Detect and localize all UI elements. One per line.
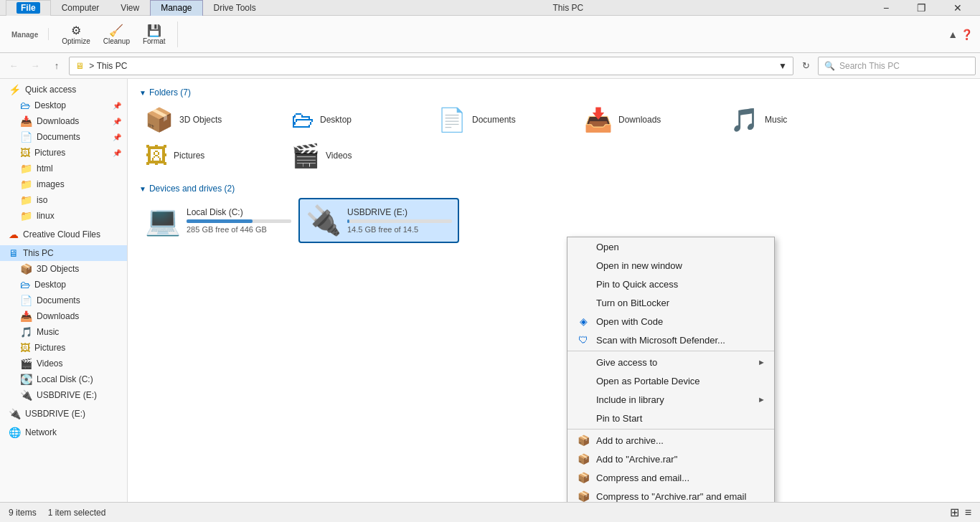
nav-back-button[interactable]: ← [4, 57, 23, 75]
folder-videos[interactable]: 🎬 Videos [286, 139, 429, 172]
sidebar-item-3d-objects[interactable]: 📦 3D Objects [0, 261, 127, 277]
search-bar[interactable]: 🔍 Search This PC [818, 57, 976, 75]
cm-include-library[interactable]: Include in library ► [567, 390, 774, 409]
sidebar-item-creative-cloud[interactable]: ☁ Creative Cloud Files [0, 227, 127, 242]
refresh-button[interactable]: ↻ [796, 57, 815, 75]
nav-up-button[interactable]: ↑ [47, 57, 66, 75]
documents-folder-icon: 📄 [20, 131, 32, 143]
sidebar-sub-local-disk[interactable]: 💽 Local Disk (C:) [0, 371, 127, 387]
folder-documents[interactable]: 📄 Documents [432, 103, 575, 136]
folder-desktop[interactable]: 🗁 Desktop [286, 103, 429, 136]
folders-section-header[interactable]: ▼ Folders (7) [139, 87, 969, 98]
cm-open[interactable]: Open [567, 237, 774, 256]
help-button[interactable]: ❓ [961, 29, 973, 40]
sidebar-sub-usbdrive-thispc[interactable]: 🔌 USBDRIVE (E:) [0, 387, 127, 403]
address-bar[interactable]: 🖥 > This PC ▼ [69, 57, 793, 75]
main-layout: ⚡ Quick access 🗁 Desktop 📌 📥 Downloads 📌… [0, 79, 980, 502]
drive-usbdrive[interactable]: 🔌 USBDRIVE (E:) 14.5 GB free of 14.5 [300, 199, 458, 242]
cm-archive-rar-icon: 📦 [576, 453, 590, 465]
tab-view[interactable]: View [110, 0, 150, 16]
cm-open-new-window[interactable]: Open in new window [567, 256, 774, 275]
cm-compress-email[interactable]: 📦 Compress and email... [567, 468, 774, 487]
sidebar-sub-videos-label: Videos [37, 359, 62, 369]
sidebar-item-images[interactable]: 📁 images [0, 176, 127, 192]
3d-objects-icon: 📦 [20, 263, 32, 275]
drive-local-disk[interactable]: 💻 Local Disk (C:) 285 GB free of 446 GB [139, 199, 297, 242]
cm-bitlocker[interactable]: Turn on BitLocker [567, 293, 774, 312]
sidebar-item-iso[interactable]: 📁 iso [0, 192, 127, 208]
cm-pin-start[interactable]: Pin to Start [567, 409, 774, 427]
cm-sep-1 [567, 351, 774, 351]
sidebar-sub-documents[interactable]: 📄 Documents [0, 293, 127, 308]
minimize-button[interactable]: − [870, 0, 903, 16]
cm-open-code[interactable]: ◈ Open with Code [567, 312, 774, 331]
sidebar-sub-downloads[interactable]: 📥 Downloads [0, 308, 127, 324]
ribbon-collapse-btn[interactable]: ▲ [948, 29, 958, 40]
cm-add-archive[interactable]: 📦 Add to archive... [567, 431, 774, 450]
folder-downloads[interactable]: 📥 Downloads [578, 103, 722, 136]
creative-cloud-icon: ☁ [9, 229, 19, 240]
view-icon-list-button[interactable]: ≡ [965, 506, 971, 519]
folder-downloads-icon: 📥 [584, 106, 613, 133]
ribbon-cleanup-btn[interactable]: 🧹 Cleanup [98, 22, 136, 47]
sub-local-disk-icon: 💽 [20, 374, 32, 385]
sidebar-item-desktop[interactable]: 🗁 Desktop 📌 [0, 98, 127, 113]
folder-pictures-label: Pictures [174, 151, 204, 161]
sidebar-quick-access[interactable]: ⚡ Quick access [0, 82, 127, 98]
sidebar-item-network[interactable]: 🌐 Network [0, 424, 127, 440]
cm-compress-rar-email[interactable]: 📦 Compress to "Archive.rar" and email [567, 487, 774, 502]
tab-computer[interactable]: Computer [51, 0, 110, 16]
cm-pin-quick[interactable]: Pin to Quick access [567, 275, 774, 293]
iso-folder-icon: 📁 [20, 194, 32, 206]
statusbar-left: 9 items 1 item selected [9, 508, 105, 518]
folder-documents-label: Documents [472, 115, 516, 125]
tab-file[interactable]: File [6, 0, 51, 16]
sidebar-item-html[interactable]: 📁 html [0, 161, 127, 176]
cm-add-archive-rar[interactable]: 📦 Add to "Archive.rar" [567, 450, 774, 468]
window-title: This PC [552, 3, 583, 13]
drive-usb-bar-container [347, 219, 452, 223]
drive-usb-size: 14.5 GB free of 14.5 [347, 225, 452, 234]
ribbon-optimize-btn[interactable]: ⚙ Optimize [56, 22, 95, 47]
drives-section-header[interactable]: ▼ Devices and drives (2) [139, 184, 969, 194]
cm-open-portable[interactable]: Open as Portable Device [567, 371, 774, 390]
sidebar: ⚡ Quick access 🗁 Desktop 📌 📥 Downloads 📌… [0, 79, 128, 502]
sidebar-item-linux[interactable]: 📁 linux [0, 208, 127, 224]
folder-pictures[interactable]: 🖼 Pictures [139, 139, 283, 172]
folder-3d-objects[interactable]: 📦 3D Objects [139, 103, 283, 136]
cm-scan-defender[interactable]: 🛡 Scan with Microsoft Defender... [567, 331, 774, 349]
sidebar-item-usbdrive[interactable]: 🔌 USBDRIVE (E:) [0, 406, 127, 422]
ribbon: Manage ⚙ Optimize 🧹 Cleanup 💾 Format ▲ ❓ [0, 16, 980, 53]
drive-usb-name: USBDRIVE (E:) [347, 207, 452, 217]
cm-include-library-label: Include in library [596, 394, 664, 405]
view-icon-grid-button[interactable]: ⊞ [950, 506, 959, 519]
folders-grid: 📦 3D Objects 🗁 Desktop 📄 Documents 📥 Dow… [139, 103, 969, 172]
sidebar-item-documents[interactable]: 📄 Documents 📌 [0, 129, 127, 145]
sidebar-item-pictures[interactable]: 🖼 Pictures 📌 [0, 145, 127, 161]
drive-local-disk-name: Local Disk (C:) [187, 207, 291, 217]
folder-music-icon: 🎵 [730, 106, 759, 133]
sidebar-item-this-pc[interactable]: 🖥 This PC [0, 245, 127, 261]
drives-header-text: Devices and drives (2) [149, 184, 235, 194]
sidebar-sub-pictures[interactable]: 🖼 Pictures [0, 340, 127, 356]
close-button[interactable]: ✕ [941, 0, 974, 16]
tab-drivetools[interactable]: Drive Tools [203, 0, 267, 16]
address-dropdown-icon[interactable]: ▼ [778, 61, 787, 71]
folder-music[interactable]: 🎵 Music [725, 103, 868, 136]
sidebar-linux-label: linux [37, 211, 55, 221]
ribbon-format-btn[interactable]: 💾 Format [137, 22, 171, 47]
restore-button[interactable]: ❐ [905, 0, 938, 16]
cm-open-new-label: Open in new window [596, 260, 682, 271]
sidebar-sub-videos[interactable]: 🎬 Videos [0, 356, 127, 371]
nav-forward-button[interactable]: → [26, 57, 44, 75]
quick-access-icon: ⚡ [9, 84, 21, 95]
sidebar-sub-desktop[interactable]: 🗁 Desktop [0, 277, 127, 293]
statusbar-right: ⊞ ≡ [950, 506, 971, 519]
sidebar-sub-music[interactable]: 🎵 Music [0, 324, 127, 340]
cm-give-access[interactable]: Give access to ► [567, 353, 774, 371]
sidebar-this-pc-label: This PC [23, 248, 54, 258]
drive-usb-icon: 🔌 [306, 204, 341, 237]
sidebar-item-downloads[interactable]: 📥 Downloads 📌 [0, 113, 127, 129]
tab-manage[interactable]: Manage [150, 0, 202, 16]
sidebar-images-label: images [37, 179, 65, 189]
